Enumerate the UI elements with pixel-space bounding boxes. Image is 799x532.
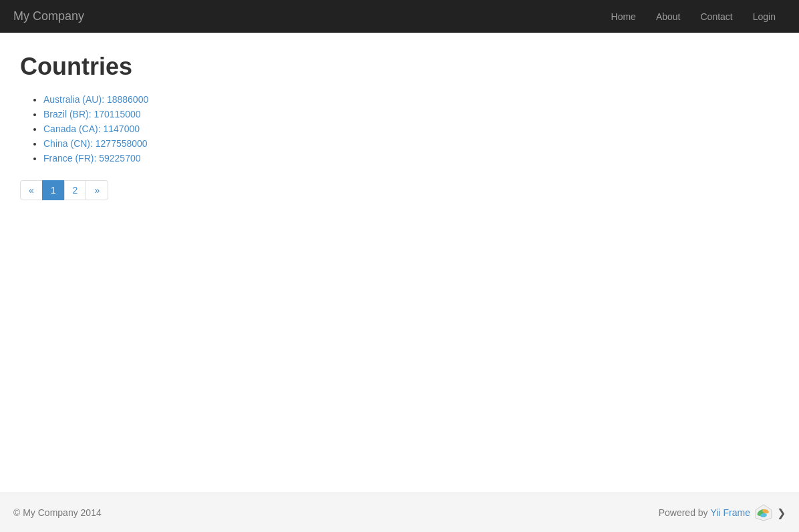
nav-link-home[interactable]: Home [601,1,646,32]
country-link-brazil[interactable]: Brazil (BR): 170115000 [43,109,141,119]
navbar-brand[interactable]: My Company [13,9,84,23]
yii-logo-icon [753,503,774,522]
pagination-prev-link[interactable]: « [20,180,43,200]
nav-item-contact: Contact [690,1,742,32]
country-link-canada[interactable]: Canada (CA): 1147000 [43,123,140,134]
footer-copyright: © My Company 2014 [13,507,102,518]
nav-item-login: Login [743,1,786,32]
nav-item-home: Home [601,1,646,32]
footer-framework-link[interactable]: Yii Frame [711,507,750,518]
country-link-france[interactable]: France (FR): 59225700 [43,153,141,164]
nav-item-about: About [646,1,691,32]
pagination-prev: « [20,180,43,200]
nav-link-about[interactable]: About [646,1,691,32]
footer-arrow-icon: ❯ [777,507,786,519]
pagination-page-2: 2 [65,180,87,200]
page-title: Countries [20,53,779,81]
list-item: Australia (AU): 18886000 [43,94,779,105]
list-item: Canada (CA): 1147000 [43,123,779,134]
footer: © My Company 2014 Powered by Yii Frame ❯ [0,493,799,532]
country-list: Australia (AU): 18886000 Brazil (BR): 17… [20,94,779,164]
pagination-next: » [86,180,108,200]
footer-powered-by: Powered by [659,507,708,518]
country-link-china[interactable]: China (CN): 1277558000 [43,138,148,149]
main-content: Countries Australia (AU): 18886000 Brazi… [0,33,799,493]
list-item: Brazil (BR): 170115000 [43,109,779,119]
list-item: China (CN): 1277558000 [43,138,779,149]
pagination-active-label[interactable]: 1 [42,180,65,200]
framework-link-text: Yii Frame [711,507,750,518]
footer-right: Powered by Yii Frame ❯ [659,503,786,522]
pagination-page-2-link[interactable]: 2 [64,180,87,200]
nav-link-login[interactable]: Login [743,1,786,32]
country-link-australia[interactable]: Australia (AU): 18886000 [43,94,148,105]
pagination: « 1 2 » [20,180,779,200]
list-item: France (FR): 59225700 [43,153,779,164]
navbar-nav: Home About Contact Login [601,1,786,32]
pagination-next-link[interactable]: » [86,180,108,200]
nav-link-contact[interactable]: Contact [690,1,742,32]
pagination-page-1: 1 [43,180,65,200]
navbar: My Company Home About Contact Login [0,0,799,33]
